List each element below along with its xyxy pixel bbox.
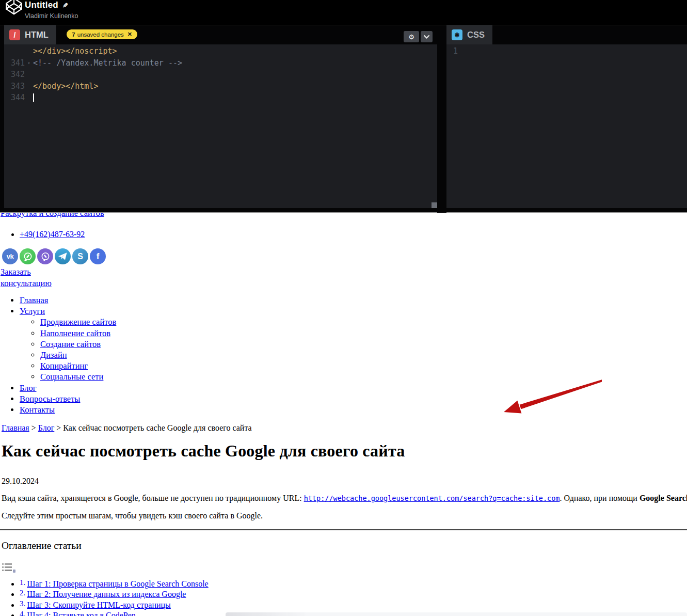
html-pane-header: / HTML 7unsaved changes✕ ⚙ bbox=[4, 25, 437, 44]
unsaved-text: unsaved changes bbox=[77, 31, 124, 38]
red-arrow-annotation bbox=[496, 372, 609, 421]
breadcrumb-current: Как сейчас посмотреть cache Google для с… bbox=[63, 423, 251, 432]
toc-number: 2. bbox=[20, 589, 25, 597]
breadcrumb-home-link[interactable]: Главная bbox=[2, 423, 29, 432]
codepen-logo-icon[interactable] bbox=[5, 0, 23, 16]
social-icons-row: vk S f bbox=[2, 248, 106, 264]
toc-mini-icon bbox=[13, 570, 15, 573]
main-menu: Главная Услуги Продвижение сайтов Наполн… bbox=[0, 295, 116, 415]
html-code-editor[interactable]: ></div></noscript> 341▾<!-- /Yandex.Metr… bbox=[4, 44, 437, 208]
unsaved-changes-badge: 7unsaved changes✕ bbox=[67, 29, 137, 39]
text-cursor bbox=[33, 93, 34, 102]
html-editor-pane: / HTML 7unsaved changes✕ ⚙ ></div></nosc… bbox=[4, 25, 437, 213]
submenu-item: Социальные сети bbox=[40, 371, 116, 382]
list-icon[interactable] bbox=[2, 563, 12, 572]
breadcrumb-blog-link[interactable]: Блог bbox=[38, 423, 55, 432]
paragraph-bold-text: Google Search Console bbox=[640, 494, 687, 502]
html-tab-label: HTML bbox=[25, 30, 49, 40]
site-name-link[interactable]: Раскрутка и создание сайтов bbox=[1, 213, 104, 218]
fold-arrow-icon[interactable]: ▾ bbox=[25, 57, 33, 69]
pane-resize-gutter[interactable] bbox=[437, 25, 446, 213]
html-settings-gear-button[interactable]: ⚙ bbox=[404, 31, 419, 42]
code-line: 342 bbox=[4, 69, 437, 81]
rendered-preview: Раскрутка и создание сайтов +49(162)487-… bbox=[0, 213, 687, 616]
submenu-link[interactable]: Создание сайтов bbox=[40, 339, 101, 349]
codepen-editor-page: Untitled✎ Vladimir Kulinenko / HTML 7uns… bbox=[0, 0, 687, 616]
article-paragraph-1: Вид кэша сайта, хранящегося в Google, бо… bbox=[2, 494, 687, 503]
line-number: 342 bbox=[4, 69, 25, 81]
submenu-link[interactable]: Наполнение сайтов bbox=[40, 328, 110, 338]
code-line: 343</body></html> bbox=[4, 81, 437, 92]
menu-link[interactable]: Услуги bbox=[20, 306, 45, 316]
article-paragraph-2: Следуйте этим простым шагам, чтобы увиде… bbox=[2, 511, 263, 520]
paragraph-text: Вид кэша сайта, хранящегося в Google, бо… bbox=[2, 494, 304, 502]
pen-title: Untitled bbox=[25, 0, 58, 10]
article-date: 29.10.2024 bbox=[2, 477, 39, 486]
submenu-item: Копирайтинг bbox=[40, 360, 116, 371]
line-number: 343 bbox=[4, 81, 25, 92]
toc-link[interactable]: Шаг 2: Получение данных из индекса Googl… bbox=[27, 590, 186, 598]
css-tab-label: CSS bbox=[467, 30, 485, 40]
facebook-icon[interactable]: f bbox=[90, 248, 106, 264]
line-number: 344 bbox=[4, 92, 25, 104]
webcache-url-link[interactable]: http://webcache.googleusercontent.com/se… bbox=[304, 494, 560, 502]
order-link-line2[interactable]: консультацию bbox=[1, 278, 52, 288]
code-line: 341▾<!-- /Yandex.Metrika counter --> bbox=[4, 57, 437, 69]
css-pane-header: ✱ CSS bbox=[446, 25, 687, 44]
toc-link[interactable]: Шаг 3: Скопируйте HTML-код страницы bbox=[27, 601, 171, 609]
tab-html[interactable]: / HTML bbox=[4, 25, 56, 44]
toc-number: 4. bbox=[20, 610, 25, 616]
menu-link[interactable]: Главная bbox=[20, 295, 48, 305]
menu-item-contacts: Контакты bbox=[20, 404, 116, 415]
breadcrumb: Главная > Блог > Как сейчас посмотреть c… bbox=[2, 423, 252, 433]
edit-title-pencil-icon[interactable]: ✎ bbox=[62, 1, 68, 10]
top-header-bar: Untitled✎ Vladimir Kulinenko bbox=[0, 0, 687, 25]
menu-item-home: Главная bbox=[20, 295, 116, 306]
chevron-down-icon bbox=[424, 35, 429, 39]
telegram-icon[interactable] bbox=[55, 248, 71, 264]
css-editor-pane: ✱ CSS 1 bbox=[446, 25, 687, 213]
submenu-item: Создание сайтов bbox=[40, 339, 116, 350]
submenu-item: Наполнение сайтов bbox=[40, 328, 116, 339]
code-line: 344 bbox=[4, 92, 437, 104]
toc-item: 3.Шаг 3: Скопируйте HTML-код страницы bbox=[20, 600, 209, 610]
menu-link[interactable]: Блог bbox=[20, 383, 37, 393]
toc-item: 1.Шаг 1: Проверка страницы в Google Sear… bbox=[20, 579, 209, 589]
submenu-link[interactable]: Дизайн bbox=[40, 350, 67, 360]
horizontal-scrollbar-thumb[interactable] bbox=[432, 202, 437, 208]
services-submenu: Продвижение сайтов Наполнение сайтов Соз… bbox=[20, 317, 116, 382]
toc-number: 3. bbox=[20, 599, 25, 608]
css-code-editor[interactable]: 1 bbox=[446, 44, 687, 208]
viber-icon[interactable] bbox=[37, 248, 53, 264]
menu-item-services: Услуги Продвижение сайтов Наполнение сай… bbox=[20, 306, 116, 382]
toc-link[interactable]: Шаг 1: Проверка страницы в Google Search… bbox=[27, 579, 208, 588]
css-icon: ✱ bbox=[452, 29, 462, 40]
menu-link[interactable]: Вопросы-ответы bbox=[20, 394, 80, 404]
paragraph-text: . Однако, при помощи bbox=[560, 494, 640, 502]
submenu-link[interactable]: Социальные сети bbox=[40, 372, 103, 382]
toc-number: 1. bbox=[20, 578, 25, 587]
pen-author: Vladimir Kulinenko bbox=[25, 12, 78, 20]
menu-link[interactable]: Контакты bbox=[20, 405, 55, 415]
tab-css[interactable]: ✱ CSS bbox=[446, 25, 492, 44]
order-link-line1[interactable]: Заказать bbox=[1, 267, 31, 277]
list-item: +49(162)487-63-92 bbox=[20, 229, 85, 240]
code-text: <!-- /Yandex.Metrika counter --> bbox=[33, 57, 182, 69]
breadcrumb-separator: > bbox=[54, 423, 63, 432]
line-number: 341 bbox=[4, 57, 25, 69]
submenu-link[interactable]: Продвижение сайтов bbox=[40, 317, 116, 327]
toc-title: Оглавление статьи bbox=[2, 540, 82, 551]
skype-icon[interactable]: S bbox=[72, 248, 88, 264]
html-pane-menu-button[interactable] bbox=[421, 31, 433, 42]
code-text: ></div></noscript> bbox=[33, 45, 117, 57]
vk-icon[interactable]: vk bbox=[2, 248, 18, 264]
unsaved-count: 7 bbox=[72, 31, 75, 38]
toc-link[interactable]: Шаг 4: Вставьте код в CodePen bbox=[27, 611, 136, 616]
phone-link[interactable]: +49(162)487-63-92 bbox=[20, 230, 85, 239]
line-number: 1 bbox=[446, 45, 458, 57]
breadcrumb-separator: > bbox=[29, 423, 38, 432]
whatsapp-icon[interactable] bbox=[20, 248, 36, 264]
badge-close-icon[interactable]: ✕ bbox=[127, 31, 132, 38]
submenu-link[interactable]: Копирайтинг bbox=[40, 361, 88, 371]
menu-item-faq: Вопросы-ответы bbox=[20, 393, 116, 404]
